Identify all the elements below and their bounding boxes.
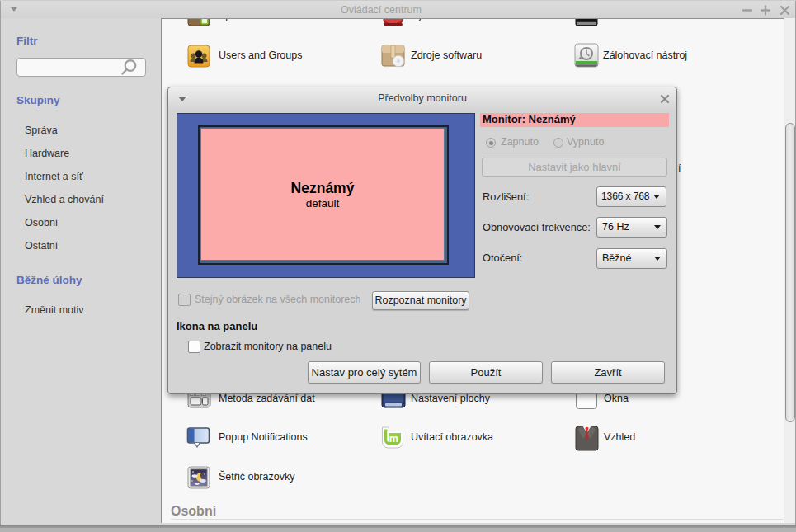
svg-text:101: 101 bbox=[580, 19, 592, 20]
svg-text:m: m bbox=[389, 433, 398, 445]
